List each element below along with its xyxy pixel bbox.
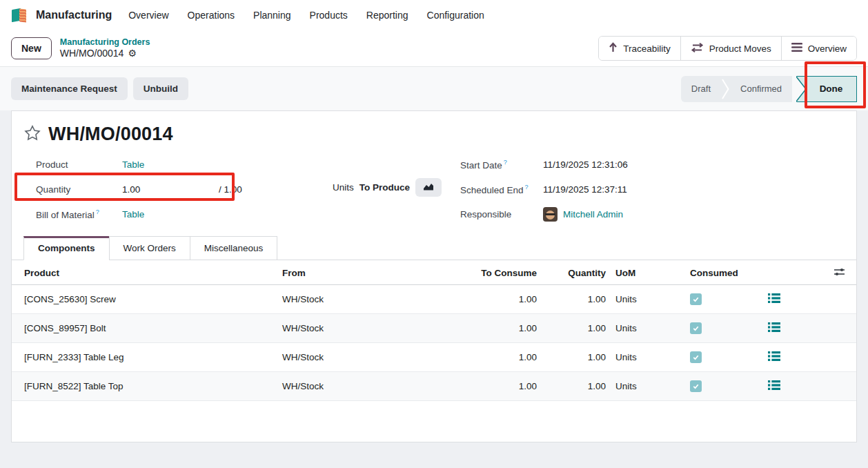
- swap-arrows-icon: [691, 43, 704, 55]
- product-label: Product: [36, 159, 122, 170]
- cell-to-consume[interactable]: 1.00: [476, 285, 537, 314]
- table-row[interactable]: [FURN_2333] Table Leg WH/Stock 1.00 1.00…: [12, 343, 856, 372]
- cell-uom[interactable]: Units: [606, 285, 678, 314]
- main-menu: Overview Operations Planning Products Re…: [128, 10, 484, 21]
- help-marker: ?: [525, 184, 529, 191]
- cell-from[interactable]: WH/Stock: [273, 314, 476, 343]
- forecast-report-button[interactable]: [415, 178, 442, 197]
- favorite-star-icon[interactable]: [24, 125, 41, 144]
- cell-quantity[interactable]: 1.00: [537, 314, 606, 343]
- cell-product[interactable]: [FURN_8522] Table Top: [12, 372, 273, 401]
- quantity-total: / 1.00: [219, 184, 242, 195]
- overview-button[interactable]: Overview: [781, 37, 856, 60]
- cell-from[interactable]: WH/Stock: [273, 372, 476, 401]
- cell-product[interactable]: [CONS_89957] Bolt: [12, 314, 273, 343]
- app-name[interactable]: Manufacturing: [36, 9, 112, 21]
- move-details-button[interactable]: [768, 293, 780, 305]
- col-from[interactable]: From: [273, 260, 476, 285]
- product-value-link[interactable]: Table: [122, 159, 144, 170]
- menu-configuration[interactable]: Configuration: [427, 10, 484, 21]
- cell-quantity[interactable]: 1.00: [537, 372, 606, 401]
- breadcrumb-parent[interactable]: Manufacturing Orders: [60, 37, 150, 48]
- control-panel: New Manufacturing Orders WH/MO/00014 ⚙ T…: [0, 30, 868, 66]
- cell-to-consume[interactable]: 1.00: [476, 314, 537, 343]
- product-moves-button[interactable]: Product Moves: [680, 37, 781, 60]
- bom-value-link[interactable]: Table: [122, 209, 144, 220]
- menu-overview[interactable]: Overview: [128, 10, 168, 21]
- scheduled-end-label: Scheduled End?: [460, 184, 543, 195]
- start-date-value[interactable]: 11/19/2025 12:31:06: [543, 159, 628, 170]
- manufacturing-app-icon[interactable]: [11, 8, 29, 23]
- start-date-field: Start Date? 11/19/2025 12:31:06: [460, 152, 628, 177]
- move-details-button[interactable]: [768, 322, 780, 334]
- form-sheet: WH/MO/00014 Product Table Quantity 1.00 …: [11, 110, 857, 442]
- menu-operations[interactable]: Operations: [188, 10, 235, 21]
- logo-shape-orange: [19, 8, 26, 22]
- quantity-field: Quantity 1.00 / 1.00: [36, 177, 319, 202]
- consumed-checkbox[interactable]: [690, 380, 702, 392]
- traceability-button[interactable]: Traceability: [599, 37, 680, 60]
- status-done[interactable]: Done: [796, 76, 857, 102]
- status-confirmed[interactable]: Confirmed: [730, 76, 792, 102]
- col-product[interactable]: Product: [12, 260, 273, 285]
- cell-quantity[interactable]: 1.00: [537, 343, 606, 372]
- list-details-icon: [768, 322, 780, 332]
- table-row[interactable]: [FURN_8522] Table Top WH/Stock 1.00 1.00…: [12, 372, 856, 401]
- col-uom[interactable]: UoM: [606, 260, 678, 285]
- units-label: Units: [333, 182, 354, 193]
- consumed-checkbox[interactable]: [690, 322, 702, 334]
- maintenance-request-button[interactable]: Maintenance Request: [11, 77, 128, 100]
- consumed-checkbox[interactable]: [690, 351, 702, 363]
- components-table: Product From To Consume Quantity UoM Con…: [12, 260, 856, 401]
- help-marker: ?: [504, 159, 507, 166]
- responsible-value-link[interactable]: Mitchell Admin: [563, 209, 623, 220]
- page-title: WH/MO/00014: [48, 124, 173, 145]
- unbuild-button[interactable]: Unbuild: [133, 77, 188, 100]
- scheduled-end-value[interactable]: 11/19/2025 12:37:11: [543, 184, 627, 195]
- cell-from[interactable]: WH/Stock: [273, 343, 476, 372]
- tab-work-orders[interactable]: Work Orders: [109, 236, 190, 260]
- cell-from[interactable]: WH/Stock: [273, 285, 476, 314]
- col-consumed[interactable]: Consumed: [678, 260, 753, 285]
- list-details-icon: [768, 351, 780, 361]
- menu-reporting[interactable]: Reporting: [366, 10, 408, 21]
- responsible-field: Responsible Mitchell Admin: [460, 202, 628, 226]
- to-produce-label: To Produce: [359, 182, 410, 193]
- bom-label: Bill of Material?: [36, 208, 122, 220]
- notebook-tabs: Components Work Orders Miscellaneous: [12, 236, 856, 260]
- cell-product[interactable]: [CONS_25630] Screw: [12, 285, 273, 314]
- scheduled-end-field: Scheduled End? 11/19/2025 12:37:11: [460, 177, 628, 202]
- table-row[interactable]: [CONS_89957] Bolt WH/Stock 1.00 1.00 Uni…: [12, 314, 856, 343]
- list-details-icon: [768, 380, 780, 390]
- start-date-label: Start Date?: [460, 159, 543, 170]
- cell-uom[interactable]: Units: [606, 314, 678, 343]
- tab-miscellaneous[interactable]: Miscellaneous: [190, 236, 278, 260]
- new-button[interactable]: New: [11, 37, 52, 59]
- status-draft[interactable]: Draft: [681, 76, 721, 102]
- col-details: [753, 260, 795, 285]
- arrow-up-icon: [609, 42, 618, 55]
- cell-uom[interactable]: Units: [606, 343, 678, 372]
- col-to-consume[interactable]: To Consume: [476, 260, 537, 285]
- menu-planning[interactable]: Planning: [253, 10, 291, 21]
- move-details-button[interactable]: [768, 351, 780, 363]
- move-details-button[interactable]: [768, 380, 780, 392]
- menu-products[interactable]: Products: [310, 10, 348, 21]
- avatar: [543, 207, 558, 222]
- cell-to-consume[interactable]: 1.00: [476, 343, 537, 372]
- statusbar-states: Draft Confirmed Done: [681, 76, 857, 102]
- cell-to-consume[interactable]: 1.00: [476, 372, 537, 401]
- chevron-separator-icon: [721, 76, 730, 102]
- col-quantity[interactable]: Quantity: [537, 260, 606, 285]
- quantity-value[interactable]: 1.00: [122, 184, 219, 195]
- consumed-checkbox[interactable]: [690, 293, 702, 305]
- cell-product[interactable]: [FURN_2333] Table Leg: [12, 343, 273, 372]
- cell-uom[interactable]: Units: [606, 372, 678, 401]
- quantity-label: Quantity: [36, 184, 122, 195]
- top-navbar: Manufacturing Overview Operations Planni…: [0, 0, 868, 30]
- gear-icon[interactable]: ⚙: [128, 48, 137, 58]
- optional-columns-icon[interactable]: [795, 260, 856, 285]
- table-row[interactable]: [CONS_25630] Screw WH/Stock 1.00 1.00 Un…: [12, 285, 856, 314]
- cell-quantity[interactable]: 1.00: [537, 285, 606, 314]
- tab-components[interactable]: Components: [23, 236, 110, 260]
